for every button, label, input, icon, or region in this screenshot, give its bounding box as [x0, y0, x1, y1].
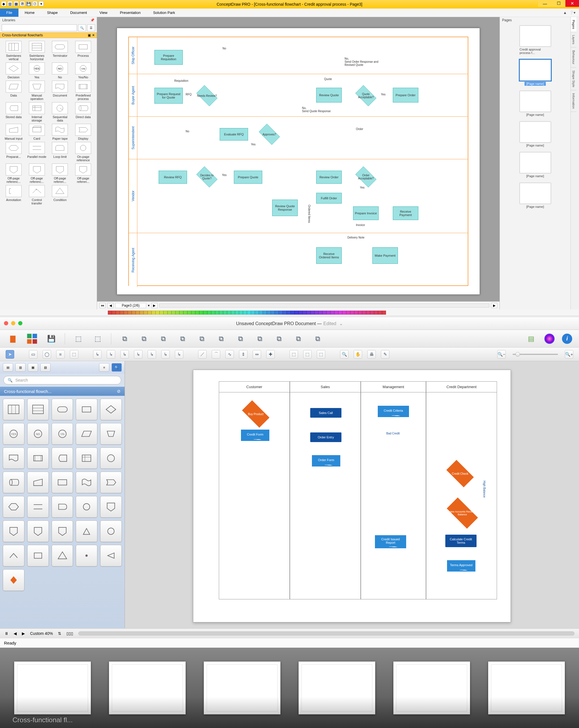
- mac-shape-item[interactable]: [27, 520, 49, 542]
- color-swatch[interactable]: [358, 311, 362, 315]
- color-swatch[interactable]: [287, 311, 291, 315]
- tool-icon[interactable]: ⇕: [239, 350, 247, 359]
- qa-dropdown-icon[interactable]: ▾: [38, 1, 44, 6]
- horizontal-scrollbar[interactable]: [159, 304, 489, 308]
- horizontal-scrollbar[interactable]: [78, 631, 575, 635]
- mac-shape-item[interactable]: [76, 472, 97, 493]
- shape-data[interactable]: Data: [3, 81, 24, 101]
- swatch-button[interactable]: [26, 333, 38, 345]
- tool-icon[interactable]: ⧉: [215, 333, 227, 345]
- color-swatch[interactable]: [275, 311, 279, 315]
- color-swatch[interactable]: [136, 311, 140, 315]
- mac-shape-item[interactable]: [52, 472, 73, 493]
- text-tool[interactable]: ≡: [56, 350, 65, 359]
- pause-icon[interactable]: ⏸: [4, 631, 8, 636]
- tool-icon[interactable]: ⬚: [92, 333, 104, 345]
- qa-icon[interactable]: ▥: [7, 1, 12, 6]
- tool-icon[interactable]: ⇔: [253, 350, 261, 359]
- ribbon-tab-presentation[interactable]: Presentation: [113, 8, 147, 17]
- color-swatch[interactable]: [163, 311, 167, 315]
- color-picker-icon[interactable]: [544, 334, 555, 344]
- library-group-header[interactable]: Cross-functional flowcharts ▣✕: [0, 32, 97, 38]
- color-swatch[interactable]: [255, 311, 259, 315]
- side-tab-behaviour[interactable]: Behaviour: [571, 47, 576, 68]
- color-swatch[interactable]: [159, 311, 163, 315]
- color-swatch[interactable]: [283, 311, 287, 315]
- color-swatch[interactable]: [251, 311, 255, 315]
- canvas-viewport[interactable]: Ship Officer Buyer Agent Superintendent …: [97, 17, 500, 302]
- mac-shape-item[interactable]: [100, 423, 122, 445]
- fc-node[interactable]: Prepare Request for Quote: [154, 88, 183, 104]
- libraries-search-input[interactable]: [2, 24, 77, 31]
- shape-stored-data[interactable]: Stored data: [3, 102, 24, 122]
- fc-node[interactable]: Review Quote Response: [272, 200, 298, 216]
- mac-shape-item[interactable]: [76, 496, 97, 518]
- color-swatch[interactable]: [203, 311, 207, 315]
- print-tool[interactable]: 🖶: [367, 350, 376, 359]
- line-tool[interactable]: ／: [198, 350, 207, 359]
- color-swatch[interactable]: [128, 311, 132, 315]
- mac-shape-item[interactable]: [52, 399, 73, 420]
- tool-icon[interactable]: ⧉: [138, 333, 150, 345]
- fc-decision[interactable]: Buy Product: [239, 404, 273, 424]
- fc-node[interactable]: Receive Ordered Items: [316, 247, 342, 264]
- maximize-button[interactable]: ☐: [552, 0, 565, 7]
- page-thumbnail[interactable]: [Page name]: [520, 122, 551, 147]
- lib-search-button[interactable]: 🔍: [111, 363, 122, 372]
- fc-node[interactable]: Review Order: [316, 171, 342, 184]
- pointer-tool[interactable]: ➤: [6, 350, 14, 359]
- mac-shape-item[interactable]: [100, 472, 122, 493]
- side-tab-pages[interactable]: Pages: [571, 17, 576, 32]
- lib-tool[interactable]: ▤: [3, 363, 13, 372]
- tool-icon[interactable]: ⧉: [312, 333, 323, 345]
- shape-predefined-process[interactable]: Predefined process: [72, 81, 94, 101]
- panel-pin-icon[interactable]: 📌: [90, 18, 95, 22]
- shape-manual-operation[interactable]: Manual operation: [26, 81, 48, 101]
- close-icon[interactable]: ⊘: [117, 389, 121, 394]
- shape-no[interactable]: NONo: [49, 62, 71, 79]
- color-swatch[interactable]: [267, 311, 271, 315]
- color-swatch[interactable]: [187, 311, 191, 315]
- color-swatch[interactable]: [120, 311, 124, 315]
- close-button[interactable]: ✕: [565, 0, 579, 7]
- ribbon-tab-home[interactable]: Home: [19, 8, 41, 17]
- help-icon[interactable]: ▲: [563, 10, 567, 15]
- shape-control-transfer[interactable]: Control transfer: [26, 185, 48, 205]
- color-swatch[interactable]: [152, 311, 156, 315]
- page-indicator[interactable]: Page3 (2/6): [115, 303, 146, 308]
- ribbon-tab-file[interactable]: File: [0, 8, 19, 17]
- mac-shape-item[interactable]: [3, 472, 24, 493]
- tool-icon[interactable]: ∿: [226, 350, 234, 359]
- shape-direct-data[interactable]: Direct data: [72, 102, 94, 122]
- color-swatch[interactable]: [314, 311, 318, 315]
- color-swatch[interactable]: [279, 311, 283, 315]
- color-swatch[interactable]: [124, 311, 128, 315]
- lib-tool[interactable]: ▧: [40, 363, 51, 372]
- fc-node[interactable]: Prepare Order: [393, 88, 418, 103]
- fc-decision[interactable]: Approves?: [257, 126, 282, 142]
- shape-annotation[interactable]: Annotation: [3, 185, 24, 205]
- color-swatch[interactable]: [219, 311, 223, 315]
- page-thumbnail[interactable]: Credit approval process f...: [520, 26, 551, 54]
- shape-paper-tape[interactable]: Paper tape: [49, 124, 71, 140]
- rect-tool[interactable]: ▭: [29, 350, 37, 359]
- page-thumbnail[interactable]: [Page name]: [520, 60, 551, 86]
- fc-node[interactable]: Review Quote: [316, 88, 342, 103]
- qa-icon[interactable]: 🗋: [32, 1, 37, 6]
- tool-icon[interactable]: ⧉: [273, 333, 285, 345]
- fc-document[interactable]: Credit Issued Report: [375, 535, 406, 547]
- color-swatch[interactable]: [354, 311, 358, 315]
- mac-shape-item[interactable]: [100, 399, 122, 420]
- tool-icon[interactable]: ⧉: [234, 333, 246, 345]
- page-thumbnail[interactable]: [Page name]: [520, 91, 551, 116]
- color-swatch[interactable]: [108, 311, 112, 315]
- gallery-thumbnail[interactable]: [109, 661, 186, 714]
- color-swatch[interactable]: [271, 311, 275, 315]
- gallery-thumbnail[interactable]: [298, 661, 375, 714]
- mac-shape-item[interactable]: [52, 496, 73, 518]
- color-swatch[interactable]: [231, 311, 235, 315]
- fc-document[interactable]: Credit Criteria: [378, 406, 409, 415]
- mac-shape-item[interactable]: [100, 545, 122, 567]
- lib-tool[interactable]: ▦: [28, 363, 38, 372]
- fc-node[interactable]: Receive Payment: [393, 206, 418, 220]
